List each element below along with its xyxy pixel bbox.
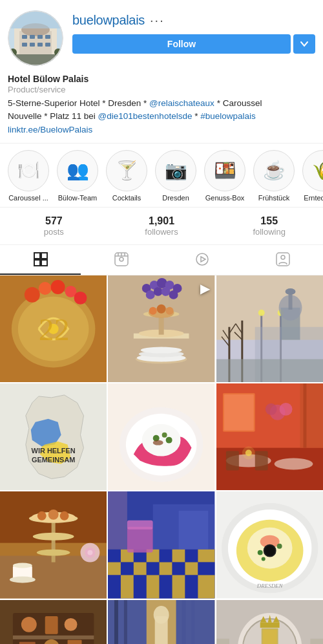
highlight-label-team: Bülow-Team	[58, 194, 98, 202]
highlight-caroussel[interactable]: 🍽️ Caroussel ...	[8, 150, 49, 202]
svg-rect-216	[262, 630, 276, 644]
svg-rect-143	[172, 563, 185, 575]
highlights-section: 🍽️ Caroussel ... 👥 Bülow-Team 🍸 Cocktail…	[0, 143, 323, 207]
svg-rect-211	[260, 623, 279, 628]
svg-point-49	[149, 307, 157, 315]
svg-point-168	[276, 544, 282, 549]
svg-rect-147	[121, 575, 134, 599]
grid-item-10[interactable]	[0, 600, 107, 644]
svg-point-61	[154, 287, 163, 296]
svg-rect-134	[160, 550, 172, 563]
action-buttons: Follow	[72, 34, 315, 54]
svg-point-54	[141, 347, 182, 353]
highlight-label-caroussel: Caroussel ...	[8, 194, 48, 202]
svg-rect-102	[255, 451, 267, 471]
highlight-dresden[interactable]: 📷 Dresden	[155, 150, 196, 202]
highlight-team[interactable]: 👥 Bülow-Team	[57, 150, 98, 202]
tab-grid[interactable]	[0, 245, 81, 275]
grid-item-5[interactable]	[108, 383, 214, 490]
svg-text:22: 22	[39, 312, 70, 346]
followers-stat[interactable]: 1,901 followers	[108, 215, 216, 237]
highlight-genussbox[interactable]: 🍱 Genuss-Box	[204, 150, 245, 202]
svg-rect-221	[310, 638, 323, 644]
svg-rect-142	[160, 563, 172, 575]
highlight-circle-erntedank: 🌾	[302, 150, 323, 191]
svg-rect-140	[134, 563, 147, 575]
svg-point-37	[25, 287, 40, 303]
grid-item-7[interactable]	[0, 491, 107, 598]
username-row: buelowpalais ···	[72, 13, 315, 28]
svg-point-116	[33, 533, 74, 541]
tab-tagged[interactable]	[242, 245, 323, 275]
highlight-cocktails[interactable]: 🍸 Cocktails	[106, 150, 147, 202]
highlight-circle-team: 👥	[57, 150, 98, 191]
website-link[interactable]: linktr.ee/BuelowPalais	[8, 125, 92, 134]
svg-point-121	[60, 511, 69, 521]
bio-section: Hotel Bülow Palais Product/service 5-Ste…	[0, 72, 323, 143]
grid-item-9[interactable]: DRESDEN	[216, 491, 323, 598]
svg-point-74	[258, 310, 264, 316]
highlight-icon-fruehstueck: ☕	[263, 162, 286, 180]
svg-point-127	[87, 550, 92, 555]
svg-rect-18	[34, 253, 40, 259]
posts-stat[interactable]: 577 posts	[0, 215, 108, 237]
posts-count: 577	[45, 215, 63, 227]
display-name: Hotel Bülow Palais	[8, 74, 315, 84]
follow-button[interactable]: Follow	[72, 34, 291, 54]
grid-item-8[interactable]	[108, 491, 214, 598]
svg-rect-20	[34, 260, 40, 266]
svg-rect-156	[127, 521, 153, 530]
svg-rect-138	[108, 563, 121, 575]
following-stat[interactable]: 155 following	[215, 215, 323, 237]
svg-text:GEMEINSAM: GEMEINSAM	[32, 456, 75, 464]
svg-rect-9	[22, 43, 27, 47]
grid-item-2[interactable]: ▶	[108, 275, 214, 382]
svg-rect-181	[68, 639, 82, 644]
svg-rect-155	[127, 527, 153, 553]
photo-grid: 22	[0, 275, 323, 644]
svg-rect-220	[216, 638, 229, 644]
highlight-fruehstueck[interactable]: ☕ Frühstück	[253, 150, 295, 202]
highlight-label-fruehstueck: Frühstück	[258, 194, 289, 202]
svg-point-104	[242, 447, 255, 460]
svg-point-38	[39, 282, 52, 295]
highlight-icon-erntedank: 🌾	[312, 162, 324, 180]
svg-rect-97	[224, 394, 254, 431]
tab-video[interactable]	[162, 245, 242, 275]
dropdown-button[interactable]	[293, 34, 315, 54]
stats-row: 577 posts 1,901 followers 155 following	[0, 207, 323, 245]
svg-point-195	[154, 606, 169, 624]
svg-rect-106	[303, 383, 306, 448]
svg-rect-151	[172, 575, 185, 599]
svg-point-91	[162, 433, 167, 438]
grid-item-3[interactable]	[216, 275, 323, 382]
relaischateaux-link[interactable]: @relaischateaux	[149, 98, 214, 108]
grid-item-6[interactable]	[216, 383, 323, 490]
svg-rect-152	[185, 575, 198, 599]
svg-point-81	[285, 288, 295, 295]
tab-reels[interactable]	[81, 245, 162, 275]
grid-item-11[interactable]	[108, 600, 214, 644]
avatar[interactable]	[8, 10, 63, 66]
highlight-label-dresden: Dresden	[162, 194, 189, 202]
svg-point-60	[146, 290, 155, 299]
svg-rect-149	[147, 575, 160, 599]
highlight-erntedank[interactable]: 🌾 Erntedank...	[302, 150, 323, 202]
svg-rect-8	[45, 35, 50, 39]
svg-point-178	[65, 618, 78, 631]
highlight-circle-dresden: 📷	[155, 150, 196, 191]
svg-point-23	[120, 257, 123, 261]
svg-rect-130	[108, 550, 121, 563]
hashtag-link[interactable]: #buelowpalais	[200, 111, 256, 121]
die101-link[interactable]: @die101bestenhotelsde	[98, 111, 193, 121]
svg-rect-148	[134, 575, 147, 599]
svg-text:DRESDEN: DRESDEN	[256, 583, 283, 590]
svg-point-41	[74, 292, 87, 305]
more-options-icon[interactable]: ···	[150, 13, 165, 28]
grid-item-12[interactable]: BULOW PALAIS	[216, 600, 323, 644]
svg-rect-144	[185, 563, 198, 575]
svg-point-63	[169, 290, 178, 299]
grid-item-1[interactable]: 22	[0, 275, 107, 382]
svg-point-92	[166, 437, 172, 444]
grid-item-4[interactable]: WIR HELFEN GEMEINSAM	[0, 383, 107, 490]
